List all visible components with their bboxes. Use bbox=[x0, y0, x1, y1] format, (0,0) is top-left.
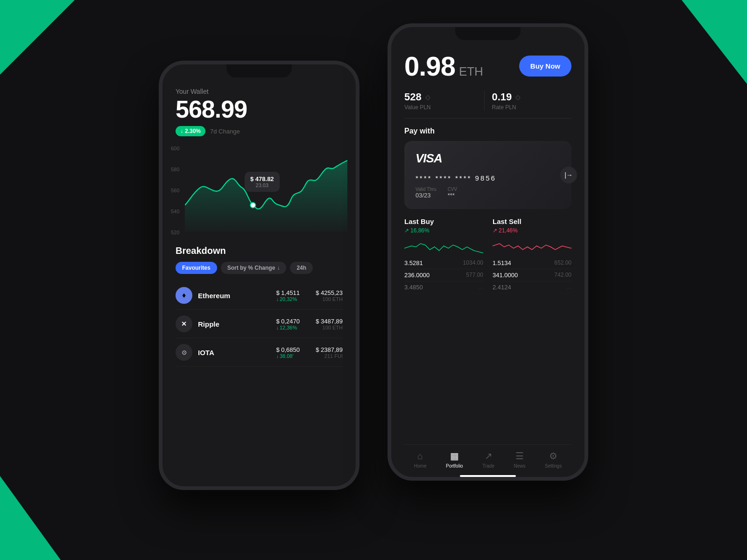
iota-price: $ 0,6850 bbox=[276, 346, 300, 353]
sort-icon: ↓ bbox=[277, 265, 280, 271]
sell-sparkline bbox=[493, 237, 571, 255]
stat-label-rate-pln: Rate PLN bbox=[492, 104, 564, 111]
iota-total: $ 2387,89 bbox=[305, 346, 343, 353]
sell-row-3: 2.4124 ... bbox=[493, 281, 571, 294]
svg-point-0 bbox=[250, 203, 255, 208]
wallet-change: ↓ 2.30% 7d Change bbox=[176, 126, 343, 136]
sort-filter[interactable]: Sort by % Change ↓ bbox=[221, 262, 287, 274]
y-label-560: 560 bbox=[171, 188, 179, 193]
sell-row-2: 341.0000 742.00 bbox=[493, 269, 571, 281]
xrp-icon: ✕ bbox=[176, 315, 192, 332]
eth-value-block: $ 4255,23 100 ETH bbox=[305, 289, 343, 302]
stat-value-pln: 528 ◇ Value PLN bbox=[404, 91, 484, 111]
buy-main-2: 236.0000 bbox=[404, 272, 430, 279]
favourites-filter[interactable]: Favourites bbox=[176, 262, 217, 274]
right-phone: 0.98 ETH Buy Now 528 ◇ Value PLN 0.19 bbox=[388, 23, 588, 481]
iota-price-block: $ 0,6850 ↓ 38.08' bbox=[276, 346, 300, 359]
iota-value-block: $ 2387,89 211 FUI bbox=[305, 346, 343, 359]
bottom-nav: ⌂ Home ▦ Portfolio ↗ Trade ☰ News ⚙ Se bbox=[404, 444, 571, 472]
sell-sub-3: ... bbox=[567, 284, 571, 291]
nav-portfolio[interactable]: ▦ Portfolio bbox=[446, 450, 463, 469]
buy-main-1: 3.5281 bbox=[404, 259, 423, 266]
trade-icon: ↗ bbox=[485, 450, 493, 462]
phones-container: Your Wallet 568.99 ↓ 2.30% 7d Change 600… bbox=[47, 23, 700, 490]
change-badge: ↓ 2.30% bbox=[176, 126, 205, 136]
home-icon: ⌂ bbox=[417, 451, 423, 462]
card-arrow-icon[interactable]: |→ bbox=[560, 167, 577, 183]
stat-019: 0.19 bbox=[492, 91, 512, 103]
coin-item-xrp[interactable]: ✕ Ripple $ 0,2470 ↓ 12,36% $ 3487,89 100… bbox=[176, 310, 343, 338]
buy-now-button[interactable]: Buy Now bbox=[519, 56, 571, 77]
news-label: News bbox=[514, 463, 526, 469]
sell-pct-value: 21,46% bbox=[499, 227, 518, 234]
portfolio-label: Portfolio bbox=[446, 463, 463, 469]
last-sell-pct: ↗ 21,46% bbox=[493, 227, 571, 234]
nav-news[interactable]: ☰ News bbox=[514, 450, 526, 469]
home-label: Home bbox=[414, 463, 427, 469]
buy-sparkline bbox=[404, 237, 483, 255]
breakdown-filters: Favourites Sort by % Change ↓ 24h bbox=[176, 262, 343, 274]
eth-price: $ 1,4511 bbox=[276, 289, 300, 296]
xrp-price: $ 0,2470 bbox=[276, 318, 300, 325]
coin-item-eth[interactable]: ♦ Ethereum $ 1,4511 ↓ 20,32% $ 4255,23 1… bbox=[176, 281, 343, 310]
nav-trade[interactable]: ↗ Trade bbox=[482, 450, 494, 469]
pay-with-label: Pay with bbox=[404, 127, 571, 135]
change-pct: 2.30% bbox=[185, 128, 201, 134]
stat-528: 528 bbox=[404, 91, 422, 103]
chart-area: 600 580 560 540 520 bbox=[171, 144, 347, 237]
stat-value-row-2: 0.19 ◇ bbox=[492, 91, 564, 103]
eth-currency-label: ETH bbox=[459, 64, 483, 79]
card-visual[interactable]: VISA **** **** **** 9856 Valid Thru 03/2… bbox=[404, 141, 571, 209]
right-phone-content: 0.98 ETH Buy Now 528 ◇ Value PLN 0.19 bbox=[391, 27, 585, 477]
buy-pct-value: 16,86% bbox=[410, 227, 430, 234]
change-label: 7d Change bbox=[210, 128, 240, 135]
nav-settings[interactable]: ⚙ Settings bbox=[545, 450, 562, 469]
buy-main-3: 3.4850 bbox=[404, 284, 423, 291]
buy-sub-3: ... bbox=[479, 284, 483, 291]
wallet-label: Your Wallet bbox=[176, 88, 343, 95]
nav-home[interactable]: ⌂ Home bbox=[414, 451, 427, 469]
up-arrow-icon-buy: ↗ bbox=[404, 227, 409, 234]
time-filter[interactable]: 24h bbox=[290, 262, 313, 274]
eth-name: Ethereum bbox=[198, 292, 270, 300]
eth-icon: ♦ bbox=[176, 287, 192, 304]
sell-main-2: 341.0000 bbox=[493, 272, 518, 279]
xrp-value-block: $ 3487,89 100 ETH bbox=[305, 318, 343, 330]
iota-amount: 211 FUI bbox=[305, 353, 343, 359]
portfolio-icon: ▦ bbox=[450, 450, 459, 462]
last-sell-title: Last Sell bbox=[493, 217, 571, 225]
buy-row-1: 3.5281 1034.00 bbox=[404, 257, 483, 269]
sell-main-3: 2.4124 bbox=[493, 284, 511, 291]
right-phone-notch bbox=[455, 27, 521, 40]
valid-thru-label: Valid Thru bbox=[416, 187, 437, 192]
last-sell-col: Last Sell ↗ 21,46% 1.5134 652.00 341.000… bbox=[493, 217, 571, 294]
iota-icon: ⊙ bbox=[176, 344, 192, 361]
sell-row-1: 1.5134 652.00 bbox=[493, 257, 571, 269]
trade-columns: Last Buy ↗ 16,86% 3.5281 1034.00 236.000… bbox=[404, 217, 571, 294]
buy-sub-2: 577.00 bbox=[466, 272, 483, 279]
buy-row-2: 236.0000 577.00 bbox=[404, 269, 483, 281]
iota-name: IOTA bbox=[198, 349, 270, 357]
trade-label: Trade bbox=[482, 463, 494, 469]
breakdown-title: Breakdown bbox=[176, 245, 343, 256]
last-buy-title: Last Buy bbox=[404, 217, 483, 225]
sell-main-1: 1.5134 bbox=[493, 259, 511, 266]
eth-main-price: 0.98 bbox=[404, 50, 455, 82]
last-buy-pct: ↗ 16,86% bbox=[404, 227, 483, 234]
y-label-520: 520 bbox=[171, 230, 179, 235]
diamond-icon-1: ◇ bbox=[425, 93, 430, 101]
eth-total: $ 4255,23 bbox=[305, 289, 343, 296]
card-number: **** **** **** 9856 bbox=[416, 174, 560, 182]
last-buy-col: Last Buy ↗ 16,86% 3.5281 1034.00 236.000… bbox=[404, 217, 483, 294]
card-details-row: Valid Thru 03/23 CVV *** bbox=[416, 187, 560, 199]
phone-notch bbox=[226, 64, 292, 77]
sell-sub-1: 652.00 bbox=[554, 259, 571, 266]
coin-item-iota[interactable]: ⊙ IOTA $ 0,6850 ↓ 38.08' $ 2387,89 211 F… bbox=[176, 338, 343, 367]
settings-label: Settings bbox=[545, 463, 562, 469]
buy-row-3: 3.4850 ... bbox=[404, 281, 483, 294]
eth-price-display: 0.98 ETH bbox=[404, 50, 483, 82]
left-phone-content: Your Wallet 568.99 ↓ 2.30% 7d Change 600… bbox=[162, 64, 356, 486]
visa-logo: VISA bbox=[416, 151, 560, 166]
sort-filter-label: Sort by % Change bbox=[227, 265, 275, 271]
left-phone: Your Wallet 568.99 ↓ 2.30% 7d Change 600… bbox=[159, 61, 359, 490]
